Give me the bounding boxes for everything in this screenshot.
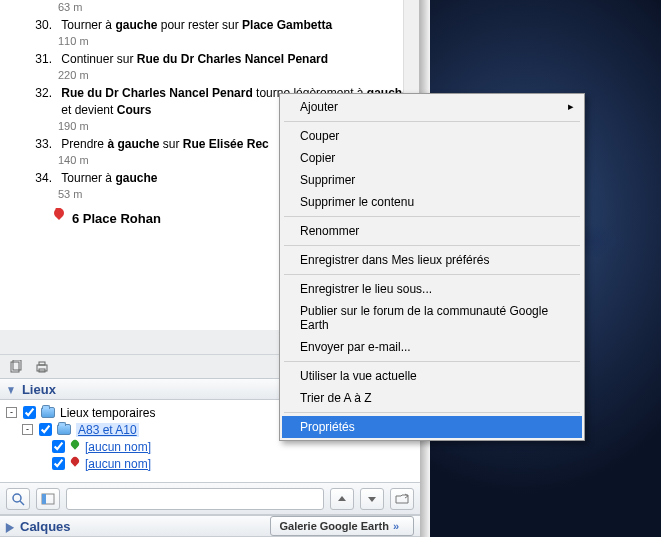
separator bbox=[284, 274, 580, 275]
ctx-sort-az[interactable]: Trier de A à Z bbox=[282, 387, 582, 409]
separator bbox=[284, 245, 580, 246]
distance-label: 110 m bbox=[58, 35, 413, 47]
separator bbox=[284, 121, 580, 122]
folder-icon bbox=[41, 407, 55, 418]
tree-checkbox[interactable] bbox=[39, 423, 52, 436]
ctx-copy[interactable]: Copier bbox=[282, 147, 582, 169]
up-button[interactable] bbox=[330, 488, 354, 510]
ctx-delete[interactable]: Supprimer bbox=[282, 169, 582, 191]
tree-label[interactable]: [aucun nom] bbox=[85, 440, 151, 454]
placemark-red-icon bbox=[70, 457, 80, 471]
down-button[interactable] bbox=[360, 488, 384, 510]
ctx-cut[interactable]: Couper bbox=[282, 125, 582, 147]
tree-checkbox[interactable] bbox=[23, 406, 36, 419]
ctx-email[interactable]: Envoyer par e-mail... bbox=[282, 336, 582, 358]
tree-label-selected[interactable]: A83 et A10 bbox=[76, 423, 139, 437]
panel-toggle-button[interactable] bbox=[36, 488, 60, 510]
svg-rect-3 bbox=[39, 362, 45, 365]
layers-header-label: Calques bbox=[20, 519, 71, 534]
ctx-use-current-view[interactable]: Utiliser la vue actuelle bbox=[282, 365, 582, 387]
placemark-green-icon bbox=[70, 440, 80, 454]
ctx-save-as[interactable]: Enregistrer le lieu sous... bbox=[282, 278, 582, 300]
tree-collapse-icon[interactable]: - bbox=[22, 424, 33, 435]
distance-label: 220 m bbox=[58, 69, 413, 81]
ctx-publish[interactable]: Publier sur le forum de la communauté Go… bbox=[282, 300, 582, 336]
search-button[interactable] bbox=[6, 488, 30, 510]
chevron-down-icon bbox=[6, 382, 16, 395]
chevron-right-icon bbox=[6, 519, 14, 532]
direction-step[interactable]: 30. Tourner à gauche pour rester sur Pla… bbox=[28, 17, 413, 33]
layers-section-header[interactable]: Calques Galerie Google Earth » bbox=[0, 515, 420, 537]
tree-label[interactable]: [aucun nom] bbox=[85, 457, 151, 471]
separator bbox=[284, 361, 580, 362]
tree-checkbox[interactable] bbox=[52, 440, 65, 453]
folder-options-button[interactable] bbox=[390, 488, 414, 510]
tree-collapse-icon[interactable]: - bbox=[6, 407, 17, 418]
context-menu: Ajouter Couper Copier Supprimer Supprime… bbox=[279, 93, 585, 441]
places-header-label: Lieux bbox=[22, 382, 56, 397]
tree-checkbox[interactable] bbox=[52, 457, 65, 470]
print-directions-icon[interactable] bbox=[34, 359, 50, 375]
separator bbox=[284, 412, 580, 413]
svg-line-6 bbox=[20, 501, 24, 505]
ctx-properties[interactable]: Propriétés bbox=[282, 416, 582, 438]
tree-label: Lieux temporaires bbox=[60, 406, 155, 420]
distance-label: 63 m bbox=[58, 1, 413, 13]
destination-pin-b-icon bbox=[52, 208, 66, 228]
places-search-toolbar bbox=[0, 482, 420, 515]
copy-directions-icon[interactable] bbox=[8, 359, 24, 375]
ctx-delete-contents[interactable]: Supprimer le contenu bbox=[282, 191, 582, 213]
svg-point-5 bbox=[13, 494, 21, 502]
places-search-input[interactable] bbox=[66, 488, 324, 510]
tree-row-placemark[interactable]: [aucun nom] bbox=[6, 455, 414, 472]
svg-rect-8 bbox=[42, 494, 46, 504]
ctx-rename[interactable]: Renommer bbox=[282, 220, 582, 242]
direction-step[interactable]: 31. Continuer sur Rue du Dr Charles Nanc… bbox=[28, 51, 413, 67]
ctx-add[interactable]: Ajouter bbox=[282, 96, 582, 118]
gallery-button[interactable]: Galerie Google Earth » bbox=[270, 516, 414, 536]
folder-icon bbox=[57, 424, 71, 435]
separator bbox=[284, 216, 580, 217]
ctx-save-myplaces[interactable]: Enregistrer dans Mes lieux préférés bbox=[282, 249, 582, 271]
chevrons-right-icon: » bbox=[393, 520, 397, 532]
